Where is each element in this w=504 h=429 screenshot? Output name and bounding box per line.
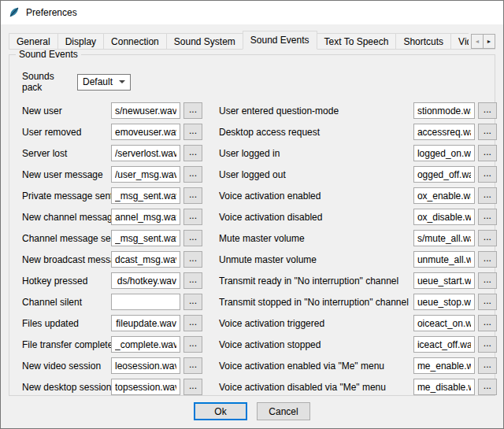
sound-event-label: Voice activation enabled via "Me" menu <box>219 361 413 372</box>
sound-file-input[interactable] <box>111 145 180 161</box>
browse-button[interactable]: ... <box>478 209 497 225</box>
sound-file-input[interactable] <box>413 145 475 161</box>
sound-file-input[interactable] <box>111 315 180 331</box>
sound-event-row: New channel message ... <box>22 209 219 225</box>
sounds-pack-dropdown[interactable]: Default <box>77 74 131 91</box>
browse-button[interactable]: ... <box>478 336 497 353</box>
browse-button[interactable]: ... <box>478 251 497 268</box>
sound-event-label: Unmute master volume <box>219 254 413 265</box>
cancel-button[interactable]: Cancel <box>257 402 310 420</box>
chevron-down-icon <box>119 80 125 87</box>
browse-button[interactable]: ... <box>183 102 202 119</box>
sound-file-input[interactable] <box>111 166 180 183</box>
sound-file-input[interactable] <box>111 357 180 374</box>
browse-button[interactable]: ... <box>478 294 497 310</box>
sound-file-input[interactable] <box>413 124 475 140</box>
browse-button[interactable]: ... <box>183 230 202 246</box>
sound-file-input[interactable] <box>413 209 475 225</box>
browse-button[interactable]: ... <box>478 187 497 204</box>
sound-file-input[interactable] <box>413 336 475 353</box>
sound-event-label: New desktop session <box>22 382 111 393</box>
browse-button[interactable]: ... <box>183 187 202 204</box>
sound-event-label: Transmit ready in "No interruption" chan… <box>219 276 413 287</box>
tab-scroll-left-button[interactable]: ◄ <box>471 34 484 49</box>
sound-file-input[interactable] <box>111 124 180 140</box>
sound-file-input[interactable] <box>413 166 475 183</box>
sound-file-input[interactable] <box>111 230 180 246</box>
sound-event-row: Mute master volume ... <box>219 230 497 246</box>
browse-button[interactable]: ... <box>183 124 202 140</box>
browse-button[interactable]: ... <box>478 124 497 140</box>
browse-button[interactable]: ... <box>478 357 497 374</box>
sound-file-input[interactable] <box>111 379 180 395</box>
tab-scroll-right-button[interactable]: ► <box>483 34 495 49</box>
tab-connection[interactable]: Connection <box>103 33 167 50</box>
sound-event-label: Desktop access request <box>219 127 413 138</box>
sound-event-row: New desktop session ... <box>22 379 219 395</box>
sound-event-label: Voice activation disabled <box>219 212 413 223</box>
sound-event-row: Transmit ready in "No interruption" chan… <box>219 272 497 289</box>
tab-display[interactable]: Display <box>57 33 104 50</box>
ok-button[interactable]: Ok <box>194 402 247 420</box>
scroll-left-icon: ◄ <box>475 39 480 44</box>
browse-button[interactable]: ... <box>183 294 202 310</box>
sound-file-input[interactable] <box>413 187 475 204</box>
sound-event-row: Transmit stopped in "No interruption" ch… <box>219 294 497 310</box>
sound-file-input[interactable] <box>111 187 180 204</box>
sound-event-row: User entered question-mode ... <box>219 102 497 119</box>
browse-button[interactable]: ... <box>478 315 497 331</box>
sound-event-columns: New user ... User removed ... Server los… <box>22 102 488 400</box>
browse-button[interactable]: ... <box>478 145 497 161</box>
tab-video[interactable]: Video <box>450 33 469 50</box>
sound-file-input[interactable] <box>111 102 180 119</box>
browse-button[interactable]: ... <box>478 272 497 289</box>
sound-file-input[interactable] <box>413 272 475 289</box>
browse-button[interactable]: ... <box>478 166 497 183</box>
sound-file-input[interactable] <box>413 102 475 119</box>
left-event-column: New user ... User removed ... Server los… <box>22 102 219 400</box>
sound-event-row: User removed ... <box>22 124 219 140</box>
sound-file-input[interactable] <box>413 251 475 268</box>
browse-button[interactable]: ... <box>183 166 202 183</box>
sound-event-label: User logged out <box>219 169 413 180</box>
browse-button[interactable]: ... <box>183 315 202 331</box>
browse-button[interactable]: ... <box>183 379 202 395</box>
sound-event-label: Private message sent <box>22 190 111 202</box>
browse-button[interactable]: ... <box>183 251 202 268</box>
sound-event-row: New video session ... <box>22 357 219 374</box>
browse-button[interactable]: ... <box>183 145 202 161</box>
sound-file-input[interactable] <box>111 209 180 225</box>
browse-button[interactable]: ... <box>478 102 497 119</box>
sound-file-input[interactable] <box>413 294 475 310</box>
sound-file-input[interactable] <box>413 379 475 395</box>
tab-shortcuts[interactable]: Shortcuts <box>395 33 451 50</box>
browse-button[interactable]: ... <box>183 357 202 374</box>
dialog-body: GeneralDisplayConnectionSound SystemSoun… <box>1 24 503 428</box>
tab-sound-system[interactable]: Sound System <box>166 33 243 50</box>
browse-button[interactable]: ... <box>183 209 202 225</box>
browse-button[interactable]: ... <box>478 379 497 395</box>
sound-file-input[interactable] <box>111 272 180 289</box>
sound-event-row: Channel message sent ... <box>22 230 219 246</box>
sound-file-input[interactable] <box>111 336 180 353</box>
tab-sound-events[interactable]: Sound Events <box>243 31 317 50</box>
sound-file-input[interactable] <box>413 315 475 331</box>
sound-file-input[interactable] <box>413 230 475 246</box>
sound-event-label: New user <box>22 105 111 116</box>
browse-button[interactable]: ... <box>478 230 497 246</box>
right-event-column: User entered question-mode ... Desktop a… <box>219 102 504 400</box>
sound-file-input[interactable] <box>111 251 180 268</box>
sound-file-input[interactable] <box>413 357 475 374</box>
browse-button[interactable]: ... <box>183 336 202 353</box>
sound-event-label: Transmit stopped in "No interruption" ch… <box>219 297 413 308</box>
tab-general[interactable]: General <box>9 33 58 50</box>
sounds-pack-label: Sounds pack <box>22 71 74 93</box>
dialog-footer: Ok Cancel <box>9 402 495 420</box>
browse-button[interactable]: ... <box>183 272 202 289</box>
tab-text-to-speech[interactable]: Text To Speech <box>317 33 397 50</box>
sound-event-row: User logged in ... <box>219 145 497 161</box>
tab-bar: GeneralDisplayConnectionSound SystemSoun… <box>9 31 495 50</box>
sound-event-label: Voice activation triggered <box>219 318 413 329</box>
sound-file-input[interactable] <box>111 294 180 310</box>
sound-event-row: Voice activation enabled via "Me" menu .… <box>219 357 497 374</box>
